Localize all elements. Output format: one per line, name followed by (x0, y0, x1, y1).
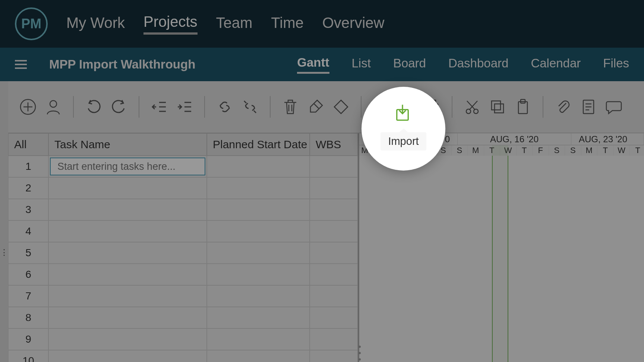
today-indicator (492, 156, 508, 362)
print-icon[interactable] (423, 98, 441, 115)
day-label: S (452, 145, 468, 156)
separator (270, 96, 271, 118)
row-num: 4 (8, 220, 48, 242)
delete-icon[interactable] (282, 98, 299, 115)
left-gutter (0, 81, 8, 362)
table-row[interactable]: 4 (8, 220, 358, 242)
table-row[interactable]: 9 (8, 328, 358, 350)
undo-icon[interactable] (85, 98, 102, 115)
unlink-icon[interactable] (242, 98, 259, 115)
week-label: AUG, 23 '20 (571, 133, 644, 145)
splitter-handle[interactable] (359, 346, 362, 361)
timeline: x0 AUG, 16 '20 AUG, 23 '20 M T W T F S S… (359, 133, 644, 362)
nav-projects[interactable]: Projects (143, 13, 198, 35)
table-row[interactable]: 10 (8, 350, 358, 362)
timeline-body[interactable] (359, 156, 644, 362)
col-wbs[interactable]: WBS (310, 133, 358, 156)
left-drag-handle[interactable]: ⋮ (0, 248, 8, 257)
redo-icon[interactable] (110, 98, 127, 115)
svg-point-24 (466, 109, 471, 114)
row-num: 7 (8, 285, 48, 307)
nav-time[interactable]: Time (271, 15, 303, 34)
milestone-icon[interactable] (332, 98, 350, 115)
view-calendar[interactable]: Calendar (531, 56, 581, 73)
user-icon[interactable] (45, 98, 62, 115)
svg-line-10 (244, 101, 246, 103)
svg-rect-29 (495, 104, 503, 113)
day-label: T (630, 145, 644, 156)
view-list[interactable]: List (352, 56, 371, 73)
grid-body: 1 2 3 4 5 6 7 (8, 156, 358, 362)
day-label: W (387, 145, 403, 156)
hamburger-icon[interactable] (15, 60, 27, 69)
indent-icon[interactable] (176, 98, 193, 115)
cut-icon[interactable] (464, 98, 481, 115)
col-all[interactable]: All (8, 133, 48, 156)
task-name-input[interactable] (50, 158, 205, 175)
separator (543, 96, 543, 118)
view-dashboard[interactable]: Dashboard (448, 56, 508, 73)
view-gantt[interactable]: Gantt (297, 55, 329, 74)
paste-icon[interactable] (514, 98, 531, 115)
day-label: M (581, 145, 598, 156)
row-num: 2 (8, 177, 48, 199)
svg-rect-21 (428, 100, 436, 104)
table-row[interactable]: 3 (8, 199, 358, 220)
nav-overview[interactable]: Overview (322, 15, 385, 34)
svg-marker-16 (334, 100, 348, 114)
copy-icon[interactable] (489, 98, 506, 115)
table-row[interactable]: 1 (8, 156, 358, 177)
row-num: 8 (8, 307, 48, 328)
table-row[interactable]: 7 (8, 285, 358, 307)
nav-my-work[interactable]: My Work (66, 15, 125, 34)
comment-icon[interactable] (605, 98, 622, 115)
outdent-icon[interactable] (151, 98, 168, 115)
row-num: 9 (8, 328, 48, 350)
col-planned-start[interactable]: Planned Start Date (207, 133, 310, 156)
separator (139, 96, 139, 118)
day-label: M (359, 145, 370, 156)
clear-icon[interactable] (307, 98, 324, 115)
timeline-week-header: x0 AUG, 16 '20 AUG, 23 '20 (359, 133, 644, 145)
table-row[interactable]: 2 (8, 177, 358, 199)
task-name-cell[interactable] (48, 156, 207, 177)
notes-icon[interactable] (580, 98, 597, 115)
svg-point-25 (474, 109, 478, 114)
grid-header: All Task Name Planned Start Date WBS (8, 133, 358, 156)
top-nav: PM My Work Projects Team Time Overview (0, 0, 644, 48)
export-icon[interactable] (398, 98, 415, 115)
svg-line-15 (314, 104, 319, 108)
logo[interactable]: PM (15, 7, 48, 40)
row-num: 10 (8, 350, 48, 362)
table-row[interactable]: 6 (8, 264, 358, 285)
project-subnav: MPP Import Walkthrough Gantt List Board … (0, 48, 644, 81)
project-title: MPP Import Walkthrough (49, 57, 195, 72)
today-indicator-header (492, 145, 508, 156)
link-icon[interactable] (216, 98, 233, 115)
import-icon[interactable] (373, 98, 390, 115)
attachment-icon[interactable] (555, 98, 572, 115)
view-board[interactable]: Board (393, 56, 426, 73)
table-row[interactable]: 5 (8, 242, 358, 264)
row-num: 5 (8, 242, 48, 264)
day-label: S (565, 145, 581, 156)
add-icon[interactable] (19, 98, 37, 115)
view-files[interactable]: Files (603, 56, 629, 73)
day-label: F (533, 145, 549, 156)
wbs-cell[interactable] (310, 156, 358, 177)
col-task-name[interactable]: Task Name (48, 133, 207, 156)
nav-team[interactable]: Team (216, 15, 253, 34)
table-row[interactable]: 8 (8, 307, 358, 328)
row-num: 3 (8, 199, 48, 220)
separator (204, 96, 205, 118)
day-label: T (370, 145, 387, 156)
week-label: AUG, 16 '20 (458, 133, 571, 145)
svg-rect-23 (428, 108, 436, 114)
day-label: T (597, 145, 614, 156)
row-num: 1 (8, 156, 48, 177)
separator (73, 96, 74, 118)
svg-line-27 (467, 101, 475, 110)
planned-start-cell[interactable] (207, 156, 310, 177)
task-grid: All Task Name Planned Start Date WBS 1 2… (8, 133, 358, 362)
day-label: T (517, 145, 533, 156)
